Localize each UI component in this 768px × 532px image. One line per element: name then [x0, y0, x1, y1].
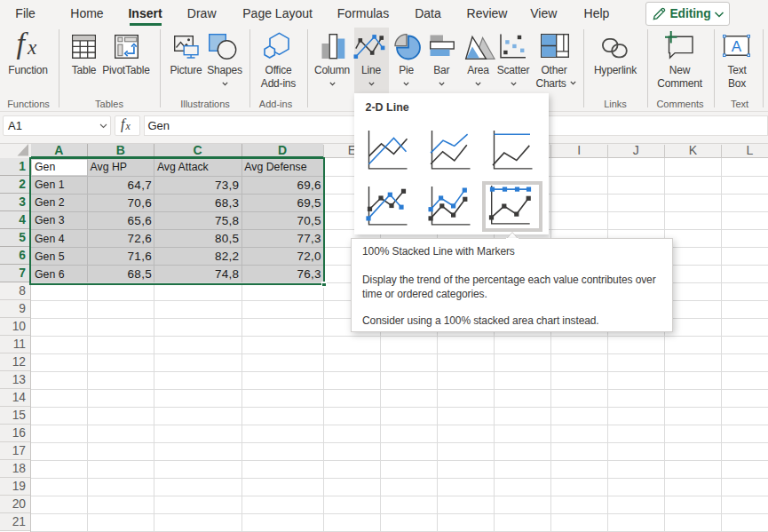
svg-text:A: A	[732, 38, 742, 55]
